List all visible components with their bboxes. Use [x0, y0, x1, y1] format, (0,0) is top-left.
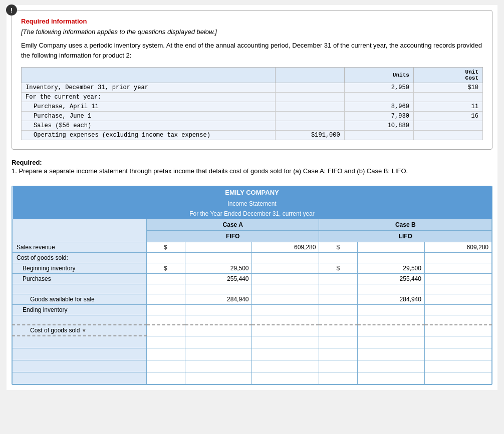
goods-a-value: 284,940: [185, 294, 252, 304]
row-label-cogs-total: Cost of goods sold ▼: [13, 325, 147, 336]
required-section: Required: 1. Prepare a separate income s…: [12, 159, 492, 177]
case-a-dollar-sales: $: [146, 242, 185, 252]
goods-b-col3: [424, 294, 491, 304]
row-label-goods-avail: Goods available for sale: [13, 294, 147, 304]
required-text: 1. Prepare a separate income statement t…: [12, 166, 492, 177]
company-name-header: EMILY COMPANY: [13, 186, 492, 199]
table-row: [13, 360, 492, 372]
purch-a-col1: [146, 273, 185, 284]
table-row: Inventory, December 31, prior year 2,950…: [22, 83, 483, 93]
row-label-cogs: Cost of goods sold:: [13, 252, 147, 263]
end-inv-a-col1: [146, 304, 185, 315]
dropdown-icon[interactable]: ▼: [82, 328, 88, 334]
cogs-total-b-field[interactable]: [363, 327, 421, 334]
extra-row4-label: [13, 372, 147, 384]
purch-b-value: 255,440: [358, 273, 425, 284]
case-a-value-sales: 609,280: [252, 242, 319, 252]
beg-inv-b-total: [424, 263, 491, 273]
info-icon: !: [6, 5, 17, 16]
extra-row2-label: [13, 348, 147, 360]
row-units: 7,930: [344, 112, 413, 121]
extra-row1-label: [13, 336, 147, 348]
cogs-a-col2: [185, 252, 252, 263]
beg-inv-a-value: 29,500: [185, 263, 252, 273]
row-units: 2,950: [344, 83, 413, 93]
row-label: Operating expenses (excluding income tax…: [22, 131, 276, 140]
goods-b-value: 284,940: [358, 294, 425, 304]
case-a-empty-sales: [185, 242, 252, 252]
table-row: [13, 315, 492, 325]
label-col-header: [13, 219, 147, 242]
purch-b-col3: [424, 273, 491, 284]
purch-a-value: 255,440: [185, 273, 252, 284]
row-label: Sales ($56 each): [22, 121, 276, 131]
row-cost: $10: [413, 83, 482, 93]
cogs-b-col1: [319, 252, 358, 263]
cogs-total-a-col3: [252, 325, 319, 336]
table-row: Purchase, June 1 7,930 16: [22, 112, 483, 121]
beg-inv-b-value: 29,500: [358, 263, 425, 273]
purch-a-col3: [252, 273, 319, 284]
end-inv-b-input[interactable]: [358, 304, 425, 315]
blank-row2-label: [13, 315, 147, 325]
cogs-a-col3: [252, 252, 319, 263]
end-inv-a-field[interactable]: [191, 306, 249, 313]
end-inv-a-input[interactable]: [185, 304, 252, 315]
case-b-value-sales: 609,280: [424, 242, 491, 252]
row-cost: 11: [413, 102, 482, 112]
income-statement-wrapper: EMILY COMPANY Income Statement For the Y…: [12, 186, 492, 385]
table-row: Cost of goods sold:: [13, 252, 492, 263]
purch-b-col1: [319, 273, 358, 284]
row-label: For the current year:: [22, 93, 276, 102]
end-inv-b-field[interactable]: [363, 306, 421, 313]
blank-row-label: [13, 284, 147, 294]
goods-a-col3: [252, 294, 319, 304]
table-row: Sales ($56 each) 10,880: [22, 121, 483, 131]
row-label-end-inv: Ending inventory: [13, 304, 147, 315]
row-label: Purchase, June 1: [22, 112, 276, 121]
end-inv-a-col3: [252, 304, 319, 315]
row-label: Purchase, April 11: [22, 102, 276, 112]
row-label-beg-inv: Beginning inventory: [13, 263, 147, 273]
cogs-a-col1: [146, 252, 185, 263]
beg-inv-a-total: [252, 263, 319, 273]
beg-inv-b-dollar: $: [319, 263, 358, 273]
table-row: Purchase, April 11 8,960 11: [22, 102, 483, 112]
cogs-b-col2: [358, 252, 425, 263]
table-row: [13, 336, 492, 348]
cogs-total-b-input[interactable]: [358, 325, 425, 336]
row-label-purchases: Purchases: [13, 273, 147, 284]
cogs-total-b-col3: [424, 325, 491, 336]
income-statement-table: EMILY COMPANY Income Statement For the Y…: [12, 186, 492, 384]
data-table: Units UnitCost Inventory, December 31, p…: [21, 67, 483, 140]
cogs-b-col3: [424, 252, 491, 263]
cogs-total-a-col1: [146, 325, 185, 336]
end-inv-b-col3: [424, 304, 491, 315]
extra-row3-label: [13, 360, 147, 372]
goods-a-col1: [146, 294, 185, 304]
end-inv-b-col1: [319, 304, 358, 315]
lifo-header: LIFO: [319, 230, 492, 242]
case-b-empty-sales: [358, 242, 425, 252]
row-amount: $191,000: [275, 131, 344, 140]
table-row: Beginning inventory $ 29,500 $ 29,500: [13, 263, 492, 273]
goods-b-col1: [319, 294, 358, 304]
info-box: ! Required information [The following in…: [12, 10, 492, 150]
row-cost: 16: [413, 112, 482, 121]
table-row: For the current year:: [22, 93, 483, 102]
table-row: Goods available for sale 284,940 284,940: [13, 294, 492, 304]
beg-inv-a-dollar: $: [146, 263, 185, 273]
cogs-total-a-input[interactable]: [185, 325, 252, 336]
required-info-title: Required information: [21, 18, 483, 25]
table-row: Ending inventory: [13, 304, 492, 315]
table-row: Sales revenue $ 609,280 $ 609,280: [13, 242, 492, 252]
table-row: [13, 348, 492, 360]
required-label: Required:: [12, 159, 492, 166]
cogs-total-a-field[interactable]: [191, 327, 249, 334]
row-label: Inventory, December 31, prior year: [22, 83, 276, 93]
fifo-header: FIFO: [146, 230, 319, 242]
row-units: 10,880: [344, 121, 413, 131]
page-container: ! Required information [The following in…: [7, 5, 497, 390]
description: Emily Company uses a periodic inventory …: [21, 41, 483, 60]
statement-title-header: Income Statement: [13, 199, 492, 209]
